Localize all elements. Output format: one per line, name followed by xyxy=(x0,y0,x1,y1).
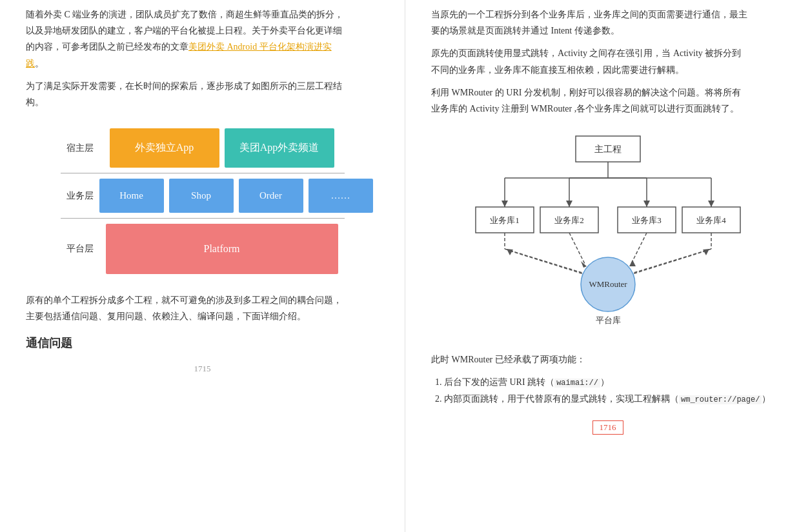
waimai-standalone-box: 外卖独立App xyxy=(110,128,219,168)
business-layer-row: 业务层 Home Shop Order …… xyxy=(61,173,345,219)
host-layer-content: 外卖独立App 美团App外卖频道 xyxy=(99,128,345,168)
svg-line-26 xyxy=(569,233,585,265)
svg-text:主工程: 主工程 xyxy=(594,144,622,154)
svg-text:WMRouter: WMRouter xyxy=(589,279,627,289)
order-box: Order xyxy=(239,179,303,213)
svg-marker-14 xyxy=(708,201,714,207)
host-layer-row: 宿主层 外卖独立App 美团App外卖频道 xyxy=(61,123,345,173)
platform-layer-content: Platform xyxy=(99,224,345,274)
svg-marker-29 xyxy=(629,260,636,266)
diagram-svg: 主工程 xyxy=(472,130,744,336)
architecture-diagram: 宿主层 外卖独立App 美团App外卖频道 业务层 Home Shop Orde… xyxy=(61,123,345,279)
uri-code-1: waimai:// xyxy=(554,379,600,388)
page-container: 随着外卖 C 端业务的演进，团队成员扩充了数倍，商超生鲜等垂直品类的拆分， 以及… xyxy=(0,0,810,532)
ellipsis-box: …… xyxy=(309,179,373,213)
left-page-number: 1715 xyxy=(26,364,379,374)
feature-list: 后台下发的运营 URI 跳转（waimai://） 内部页面跳转，用于代替原有的… xyxy=(444,374,784,407)
platform-layer-row: 平台层 Platform xyxy=(61,219,345,279)
right-para1: 当原先的一个工程拆分到各个业务库后，业务库之间的页面需要进行通信，最主 要的场景… xyxy=(431,6,784,39)
svg-text:业务库3: 业务库3 xyxy=(632,215,662,225)
communication-section-title: 通信问题 xyxy=(26,335,379,351)
business-layer-label: 业务层 xyxy=(61,190,99,202)
left-para2: 为了满足实际开发需要，在长时间的探索后，逐步形成了如图所示的三层工程结 构。 xyxy=(26,78,379,110)
svg-marker-8 xyxy=(566,201,572,207)
business-layer-content: Home Shop Order …… xyxy=(99,179,373,213)
svg-text:业务库2: 业务库2 xyxy=(554,215,584,225)
right-para2: 原先的页面跳转使用显式跳转，Activity 之间存在强引用，当 Activit… xyxy=(431,45,784,77)
left-panel: 随着外卖 C 端业务的演进，团队成员扩充了数倍，商超生鲜等垂直品类的拆分， 以及… xyxy=(0,0,405,532)
svg-marker-34 xyxy=(507,249,513,255)
svg-line-33 xyxy=(508,250,592,277)
feature-list-item-2: 内部页面跳转，用于代替原有的显式跳转，实现工程解耦（wm_router://pa… xyxy=(444,391,784,408)
right-page-number-container: 1716 xyxy=(431,420,784,435)
uri-code-2: wm_router://page/ xyxy=(679,395,762,404)
left-para1: 随着外卖 C 端业务的演进，团队成员扩充了数倍，商超生鲜等垂直品类的拆分， 以及… xyxy=(26,6,379,72)
svg-marker-11 xyxy=(643,201,650,207)
platform-box: Platform xyxy=(106,224,338,274)
host-layer-label: 宿主层 xyxy=(61,143,99,154)
right-para4: 此时 WMRouter 已经承载了两项功能： xyxy=(431,351,784,368)
home-box: Home xyxy=(99,179,164,213)
svg-line-28 xyxy=(631,233,647,265)
svg-marker-5 xyxy=(501,201,508,207)
svg-text:业务库1: 业务库1 xyxy=(490,215,520,225)
feature-list-item-1: 后台下发的运营 URI 跳转（waimai://） xyxy=(444,374,784,391)
svg-marker-36 xyxy=(703,249,709,255)
shop-box: Shop xyxy=(169,179,234,213)
wmrouter-diagram: 主工程 xyxy=(472,130,744,339)
right-para3: 利用 WMRouter 的 URI 分发机制，刚好可以很容易的解决这个问题。将将… xyxy=(431,84,784,117)
svg-text:平台库: 平台库 xyxy=(595,315,620,325)
right-panel: 当原先的一个工程拆分到各个业务库后，业务库之间的页面需要进行通信，最主 要的场景… xyxy=(405,0,810,532)
meituan-channel-box: 美团App外卖频道 xyxy=(225,128,334,168)
left-para3: 原有的单个工程拆分成多个工程，就不可避免的涉及到多工程之间的耦合问题， 主要包括… xyxy=(26,292,379,324)
svg-text:业务库4: 业务库4 xyxy=(696,215,726,225)
right-page-number: 1716 xyxy=(592,420,623,435)
platform-layer-label: 平台层 xyxy=(61,243,99,255)
svg-line-35 xyxy=(624,250,708,277)
